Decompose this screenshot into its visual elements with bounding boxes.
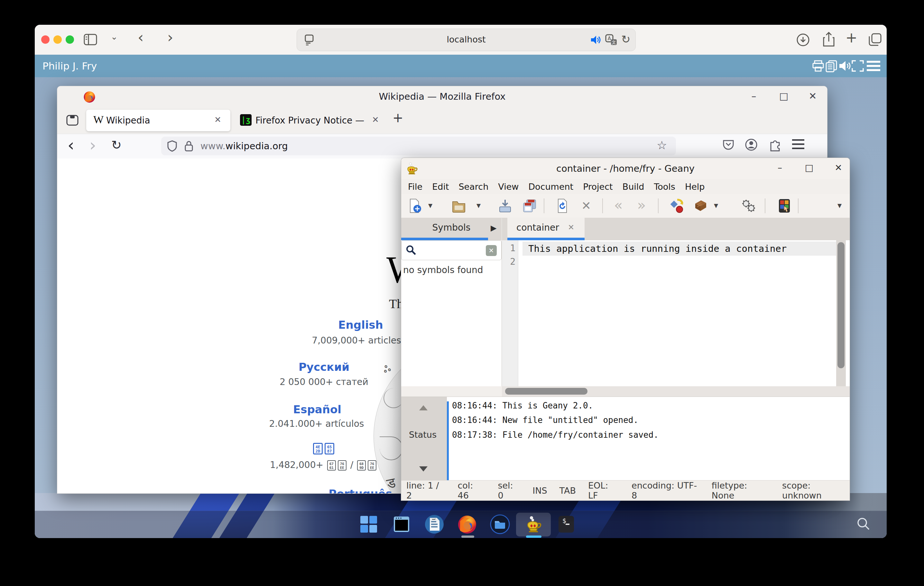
lang-link-russian[interactable]: Русский [299, 360, 350, 374]
tab-privacy-close-icon[interactable]: ✕ [372, 115, 379, 125]
execute-button[interactable] [740, 197, 757, 214]
open-file-dropdown[interactable]: ▼ [477, 202, 481, 209]
downloads-icon[interactable] [796, 33, 810, 47]
status-ins[interactable]: INS [533, 486, 547, 495]
taskbar-geany-icon[interactable] [523, 514, 544, 535]
tab-privacy-notice[interactable]: |ʒ Firefox Privacy Notice — ✕ [238, 110, 389, 131]
build-button[interactable] [692, 197, 710, 214]
mac-close-button[interactable] [41, 35, 50, 44]
menu-document[interactable]: Document [523, 182, 578, 192]
menu-help[interactable]: Help [680, 182, 710, 192]
close-file-button[interactable]: ✕ [578, 197, 595, 214]
taskbar-start-button[interactable] [358, 514, 379, 535]
reload-icon[interactable]: ↻ [621, 33, 630, 46]
menu-view[interactable]: View [493, 182, 523, 192]
tab-container-close-icon[interactable]: ✕ [568, 223, 574, 232]
lang-link-english[interactable]: English [338, 318, 383, 331]
firefox-view-icon[interactable] [66, 114, 79, 127]
menu-file[interactable]: File [403, 182, 427, 192]
taskbar-terminal-icon[interactable]: $ [556, 514, 576, 535]
new-file-button[interactable] [406, 197, 423, 214]
app-menu-icon[interactable] [792, 139, 804, 150]
sidebar-toggle-icon[interactable] [84, 33, 97, 46]
firefox-close-button[interactable]: ✕ [802, 86, 824, 107]
tab-container-file[interactable]: container ✕ [507, 218, 584, 238]
firefox-minimize-button[interactable]: – [742, 86, 765, 107]
taskbar-firefox-icon[interactable] [457, 514, 477, 535]
print-icon[interactable] [812, 60, 824, 72]
scroll-up-icon[interactable] [419, 405, 427, 410]
menu-icon[interactable] [867, 61, 880, 71]
lang-link-portuguese[interactable]: Português [328, 487, 392, 494]
lang-link-chinese[interactable]: 4E2D6587 [312, 443, 335, 454]
new-file-dropdown[interactable]: ▼ [428, 202, 432, 209]
nav-forward-disabled[interactable]: » [633, 197, 650, 214]
menu-search[interactable]: Search [454, 182, 493, 192]
fullscreen-icon[interactable] [851, 60, 864, 72]
reader-icon[interactable] [304, 35, 314, 45]
account-icon[interactable] [744, 138, 758, 151]
geany-titlebar[interactable]: container - /home/fry - Geany – □ ✕ [401, 158, 850, 179]
url-text[interactable]: localhost [297, 29, 635, 50]
clipboard-icon[interactable] [825, 59, 838, 72]
geany-minimize-button[interactable]: – [770, 158, 790, 179]
symbols-search-input[interactable]: ✕ [401, 240, 502, 260]
editor-vscrollbar-thumb[interactable] [837, 242, 845, 368]
mac-zoom-button[interactable] [66, 35, 74, 44]
editor-hscrollbar-thumb[interactable] [505, 388, 587, 395]
firefox-titlebar[interactable]: Wikipedia — Mozilla Firefox – □ ✕ [57, 86, 827, 107]
lang-link-spanish[interactable]: Español [293, 403, 342, 416]
sidebar-tab-scroll-icon[interactable]: ▶ [491, 224, 497, 232]
tab-wikipedia-close-icon[interactable]: ✕ [214, 115, 221, 125]
menu-tools[interactable]: Tools [649, 182, 680, 192]
new-tab-icon[interactable]: + [845, 29, 857, 46]
scroll-down-icon[interactable] [419, 466, 427, 471]
compile-button[interactable] [669, 197, 686, 214]
firefox-maximize-button[interactable]: □ [772, 86, 795, 107]
tab-overview-icon[interactable] [868, 33, 883, 47]
share-icon[interactable] [822, 32, 836, 47]
nav-forward-button[interactable]: › [89, 135, 96, 155]
bookmark-star-icon[interactable]: ☆ [657, 138, 667, 152]
status-tab[interactable]: TAB [559, 486, 576, 495]
taskbar-window-app-icon[interactable] [391, 514, 412, 535]
extensions-icon[interactable] [768, 138, 782, 151]
nav-reload-button[interactable]: ↻ [111, 138, 122, 152]
forward-button[interactable]: › [167, 29, 173, 46]
menu-build[interactable]: Build [618, 182, 649, 192]
messages-tab-status[interactable]: Status [409, 430, 437, 440]
mac-minimize-button[interactable] [53, 35, 62, 44]
build-dropdown[interactable]: ▼ [714, 202, 718, 209]
save-all-button[interactable] [521, 197, 538, 214]
translate-icon[interactable]: A文 [605, 34, 617, 46]
new-tab-button[interactable]: + [393, 110, 403, 125]
nav-back-disabled[interactable]: « [610, 197, 627, 214]
revert-button[interactable] [554, 197, 571, 214]
color-chooser-button[interactable] [776, 197, 793, 214]
menu-project[interactable]: Project [578, 182, 617, 192]
pocket-icon[interactable] [722, 138, 735, 151]
menu-edit[interactable]: Edit [427, 182, 454, 192]
tab-wikipedia[interactable]: W Wikipedia ✕ [86, 110, 230, 131]
taskbar-document-viewer-icon[interactable] [424, 514, 445, 535]
sidebar-tab-symbols[interactable]: Symbols [401, 218, 502, 238]
geany-maximize-button[interactable]: □ [799, 158, 820, 179]
audio-icon[interactable] [590, 34, 601, 46]
shield-icon[interactable] [166, 140, 178, 152]
speaker-icon[interactable] [838, 60, 852, 72]
geany-close-button[interactable]: ✕ [828, 158, 849, 179]
toolbar-overflow-dropdown[interactable]: ▼ [837, 202, 842, 209]
url-bar[interactable]: www.wikipedia.org ☆ [161, 137, 676, 155]
editor-area[interactable]: 1 2 This application is running inside a… [502, 240, 850, 386]
clear-search-icon[interactable]: ✕ [486, 245, 497, 256]
taskbar-search-icon[interactable] [856, 516, 871, 532]
back-button[interactable]: ‹ [138, 29, 144, 46]
taskbar-files-icon[interactable] [490, 514, 510, 535]
nav-back-button[interactable]: ‹ [68, 135, 74, 155]
lock-icon[interactable] [184, 140, 194, 152]
open-file-button[interactable] [450, 197, 467, 214]
address-bar[interactable]: localhost A文 ↻ [297, 29, 636, 51]
save-file-button[interactable] [497, 197, 514, 214]
editor-hscrollbar-track[interactable] [502, 386, 850, 397]
editor-vscrollbar-track[interactable] [836, 240, 846, 386]
